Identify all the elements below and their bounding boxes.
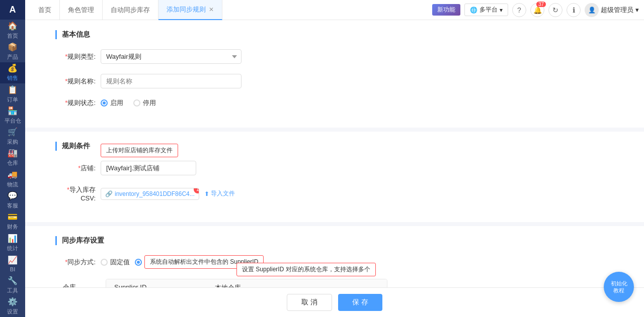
orders-icon: 📋 — [8, 85, 18, 94]
bell-icon[interactable]: 🔔 37 — [530, 3, 544, 17]
nav-tabs: 首页 角色管理 自动同步库存 添加同步规则 ✕ — [30, 0, 432, 20]
topnav-right: 新功能 🌐 多平台 ▾ ? 🔔 37 ↻ ℹ 👤 超级管理员 ▾ — [432, 3, 639, 17]
platform-button[interactable]: 🌐 多平台 ▾ — [464, 4, 508, 16]
tab-auto-sync-label: 自动同步库存 — [111, 6, 150, 15]
bi-icon: 📈 — [8, 255, 18, 265]
sidebar-item-tools[interactable]: 🔧 工具 — [0, 275, 25, 296]
radio-dot-enabled — [101, 99, 108, 107]
platform-icon: 🌐 — [470, 7, 477, 14]
sidebar: A 🏠 首页 📦 产品 💰 销售 📋 订单 🏪 平台仓 🛒 采购 🏭 仓库 🚚 … — [0, 0, 25, 317]
sidebar-item-platform-warehouse[interactable]: 🏪 平台仓 — [0, 104, 25, 126]
sidebar-item-label: 首页 — [7, 32, 18, 40]
radio-enabled-label: 启用 — [110, 98, 123, 108]
rule-name-input[interactable] — [101, 74, 242, 88]
radio-enabled[interactable]: 启用 — [101, 98, 123, 108]
import-btn-label: 导入文件 — [211, 189, 235, 198]
sidebar-item-label: 仓库 — [7, 159, 18, 167]
sidebar-item-label: 采购 — [7, 138, 18, 146]
admin-label: 超级管理员 — [601, 6, 633, 15]
radio-fixed-value[interactable]: 固定值 — [101, 258, 130, 267]
rule-name-row: *规则名称: — [55, 74, 624, 88]
csv-file-tag[interactable]: 🔗 inventory_958401DDF86C4... 1 — [101, 188, 199, 200]
col-local-warehouse: 本地仓库 — [207, 279, 387, 287]
stats-icon: 📊 — [8, 234, 18, 243]
logistics-icon: 🚚 — [8, 170, 18, 179]
app-logo: A — [0, 0, 25, 20]
platform-warehouse-icon: 🏪 — [8, 106, 18, 116]
mapping-table-container: 设置 SupplierID 对应的系统仓库，支持选择多个 Supplier ID… — [106, 279, 387, 287]
refresh-icon[interactable]: ↻ — [548, 3, 562, 17]
sidebar-item-label: 财务 — [7, 223, 18, 231]
store-input-wrap: 上传对应店铺的库存文件 — [101, 161, 196, 175]
sidebar-item-settings[interactable]: ⚙️ 设置 — [0, 296, 25, 317]
tab-home-label: 首页 — [38, 6, 51, 15]
info-icon-btn[interactable]: ℹ — [567, 3, 581, 17]
csv-label: *导入库存CSV: — [55, 185, 101, 202]
rule-type-control: Wayfair规则 — [101, 49, 242, 64]
rule-status-row: *规则状态: 启用 停用 — [55, 98, 624, 108]
tab-add-rule[interactable]: 添加同步规则 ✕ — [158, 0, 222, 20]
sidebar-item-logistics[interactable]: 🚚 物流 — [0, 168, 25, 189]
floating-help-button[interactable]: 初始化教程 — [604, 272, 634, 302]
new-feature-button[interactable]: 新功能 — [432, 4, 460, 16]
store-label: *店铺: — [55, 164, 101, 173]
sidebar-item-warehouse[interactable]: 🏭 仓库 — [0, 147, 25, 168]
sidebar-item-stats[interactable]: 📊 统计 — [0, 232, 25, 253]
tab-home[interactable]: 首页 — [30, 0, 60, 20]
store-input[interactable] — [101, 161, 196, 175]
sidebar-item-service[interactable]: 💬 客服 — [0, 189, 25, 210]
tab-auto-sync[interactable]: 自动同步库存 — [103, 0, 158, 20]
platform-chevron-icon: ▾ — [500, 7, 503, 14]
admin-button[interactable]: 👤 超级管理员 ▾ — [585, 3, 639, 17]
service-icon: 💬 — [8, 191, 18, 200]
mapping-table-header: Supplier ID 本地仓库 — [106, 279, 387, 287]
tab-add-rule-label: 添加同步规则 — [167, 5, 206, 14]
sidebar-item-label: 客服 — [7, 202, 18, 209]
radio-disabled[interactable]: 停用 — [133, 98, 156, 108]
sync-settings-section: 同步库存设置 *同步方式: 固定值 系统自动解析出文件中包含的 Supplier… — [25, 226, 644, 287]
sidebar-item-label: 设置 — [7, 308, 18, 315]
sidebar-item-sales[interactable]: 💰 销售 — [0, 62, 25, 83]
tab-role-management[interactable]: 角色管理 — [60, 0, 103, 20]
save-button[interactable]: 保 存 — [338, 294, 382, 311]
admin-chevron-icon: ▾ — [635, 6, 639, 14]
tools-icon: 🔧 — [8, 276, 18, 285]
rule-name-label: *规则名称: — [55, 77, 101, 86]
sidebar-item-label: 物流 — [7, 181, 18, 188]
col-supplier-id: Supplier ID — [106, 279, 207, 287]
purchase-icon: 🛒 — [8, 127, 18, 137]
store-tooltip: 上传对应店铺的库存文件 — [101, 144, 178, 157]
sidebar-item-finance[interactable]: 💳 财务 — [0, 211, 25, 232]
sidebar-item-orders[interactable]: 📋 订单 — [0, 83, 25, 104]
basic-info-title: 基本信息 — [55, 30, 624, 39]
radio-dot-auto — [135, 259, 142, 266]
store-row: *店铺: 上传对应店铺的库存文件 — [55, 161, 624, 175]
sidebar-item-purchase[interactable]: 🛒 采购 — [0, 126, 25, 147]
sync-settings-title: 同步库存设置 — [55, 236, 624, 245]
upload-icon: ⬆ — [204, 190, 209, 197]
sidebar-item-label: 平台仓 — [5, 117, 21, 125]
question-icon[interactable]: ? — [512, 3, 526, 17]
sidebar-item-product[interactable]: 📦 产品 — [0, 41, 25, 62]
home-icon: 🏠 — [8, 21, 18, 31]
rule-type-select[interactable]: Wayfair规则 — [101, 49, 242, 64]
rule-name-control — [101, 74, 242, 88]
sidebar-item-label: 订单 — [7, 96, 18, 103]
top-nav: 首页 角色管理 自动同步库存 添加同步规则 ✕ 新功能 🌐 多平台 ▾ ? 🔔 — [25, 0, 644, 20]
basic-info-section: 基本信息 *规则类型: Wayfair规则 *规则名称: — [25, 20, 644, 132]
rule-status-label: *规则状态: — [55, 98, 101, 108]
settings-icon: ⚙️ — [8, 297, 18, 306]
warehouse-mapping-row: * 仓库映射 2 ⓘ : 设置 SupplierID 对应的系统仓库，支持选择多… — [55, 279, 624, 287]
help-text: 初始化教程 — [611, 280, 627, 294]
radio-fixed-label: 固定值 — [110, 258, 130, 267]
tab-close-icon[interactable]: ✕ — [209, 6, 214, 13]
import-file-button[interactable]: ⬆ 导入文件 — [204, 189, 235, 198]
rule-type-label: *规则类型: — [55, 52, 101, 61]
cancel-button[interactable]: 取 消 — [287, 294, 332, 311]
radio-dot-disabled — [133, 99, 140, 107]
platform-label: 多平台 — [479, 6, 498, 14]
rule-type-row: *规则类型: Wayfair规则 — [55, 49, 624, 64]
sidebar-item-home[interactable]: 🏠 首页 — [0, 20, 25, 41]
sidebar-item-bi[interactable]: 📈 BI — [0, 253, 25, 274]
main-area: 首页 角色管理 自动同步库存 添加同步规则 ✕ 新功能 🌐 多平台 ▾ ? 🔔 — [25, 0, 644, 317]
